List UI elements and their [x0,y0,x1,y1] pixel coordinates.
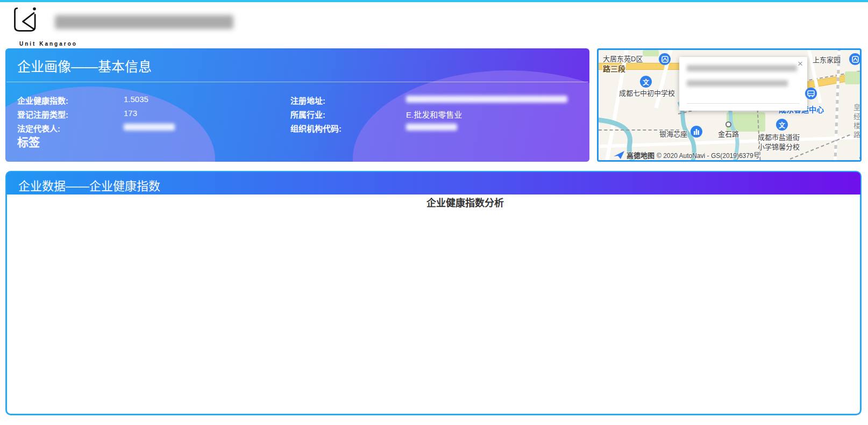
field-left-label: 登记注册类型: [17,109,68,120]
field-right-value-masked [406,96,567,103]
map-label: 皇经楼路 [851,104,862,140]
field-left-value: 173 [124,109,137,118]
decor-wave-right [353,70,589,162]
tags-title: 标签 [17,133,40,149]
health-data-panel: 企业数据——企业健康指数 企业健康指数分析 [5,171,862,415]
map-info-popup: × [679,57,807,111]
map-attribution: 高德地图 © 2020 AutoNavi - GS(2019)6379号 [614,150,760,160]
school-icon: 文 [640,76,652,88]
field-left-label: 企业健康指数: [17,95,68,106]
field-right-label: 组织机构代码: [290,123,341,134]
amap-brand: 高德地图 [627,150,654,160]
location-map[interactable]: 大居东苑D区路三段成都七中初中学校银海芯座金石路成都市盐道街小学锦馨分校成东客运… [597,48,862,162]
radar-chart-title: 企业健康指数分析 [426,195,504,209]
kangaroo-logo-icon [11,6,42,34]
map-label: 小学锦馨分校 [758,141,800,152]
basic-info-panel: 企业画像——基本信息 企业健康指数:1.5035登记注册类型:173法定代表人:… [5,48,589,162]
map-label: 成都七中初中学校 [619,88,675,98]
metro-icon [659,53,671,65]
radar-chart [504,194,806,398]
map-label: 上东家园 [813,54,841,64]
road-junction-marker [725,121,731,127]
field-right-label: 所属行业: [290,109,325,120]
map-label: 大居东苑D区 [603,53,643,63]
map-label: 成都市盐道街 [758,132,800,142]
map-copyright: © 2020 AutoNavi - GS(2019)6379号 [657,150,760,160]
bus-icon [805,88,817,99]
amap-logo-icon [614,151,624,160]
health-panel-title: 企业数据——企业健康指数 [18,176,160,193]
health-panel-header: 企业数据——企业健康指数 [6,172,860,195]
basic-info-title: 企业画像——基本信息 [17,56,152,75]
popup-divider [687,103,800,104]
map-label: 锦 [859,154,862,162]
company-name-masked [55,15,233,29]
divider [6,82,588,82]
map-label: 路三段 [603,63,625,74]
popup-masked-line [687,65,797,71]
field-left-label: 法定代表人: [17,123,60,134]
top-accent-bar [0,0,868,2]
metro-icon [849,53,861,65]
field-left-value: 1.5035 [124,95,148,104]
map-label: 金石路 [718,128,739,139]
field-right-label: 注册地址: [290,95,325,106]
building-icon [691,126,702,138]
close-icon[interactable]: × [798,59,803,68]
logo-brand-text: Unit Kangaroo [19,41,77,47]
popup-masked-line [687,80,788,87]
map-label: 银海芯座 [659,128,687,139]
field-right-value: E.批发和零售业 [406,109,462,120]
field-left-value-masked [124,124,175,131]
school-icon: 文 [776,119,788,131]
field-right-value-masked [406,124,457,131]
